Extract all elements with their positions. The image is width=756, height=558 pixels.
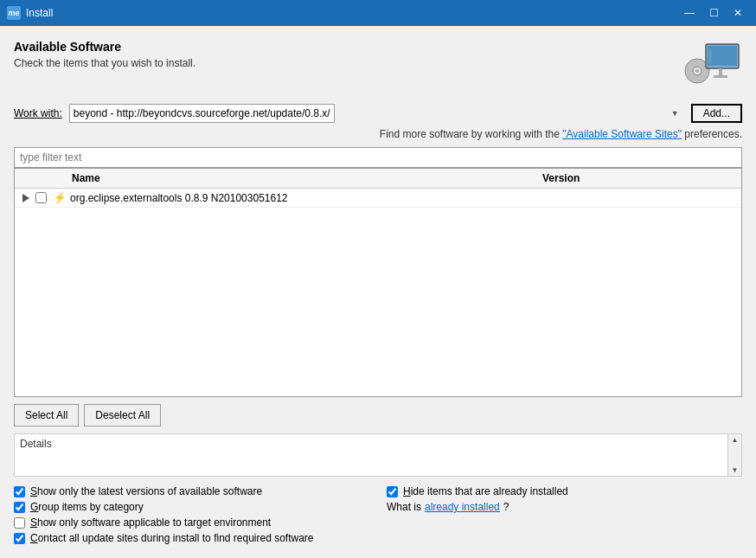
details-label: Details [20, 438, 52, 450]
empty-cell [387, 516, 742, 529]
title-bar: me Install — ☐ ✕ [0, 0, 756, 26]
computer-icon [682, 41, 742, 91]
page-title: Available Software [14, 40, 195, 54]
what-is-text: What is [387, 501, 421, 513]
checkbox-latest-versions: Show only the latest versions of availab… [14, 485, 369, 497]
already-installed-link[interactable]: already installed [425, 501, 500, 513]
maximize-button[interactable]: ☐ [702, 3, 725, 22]
details-section: Details ▲ ▼ [14, 433, 742, 477]
main-content: Available Software Check the items that … [0, 26, 756, 558]
header-area: Available Software Check the items that … [14, 40, 742, 92]
find-more-text: Find more software by working with the "… [14, 128, 742, 140]
page-subtitle: Check the items that you wish to install… [14, 57, 195, 69]
checkbox-hide-installed-label[interactable]: Hide items that are already installed [403, 485, 568, 497]
table-body: ⚡ org.eclipse.externaltools 0.8.9 N20100… [15, 189, 741, 396]
checkbox-applicable-software-label[interactable]: Show only software applicable to target … [30, 516, 271, 529]
col-name-header: Name [70, 172, 542, 184]
what-is-suffix: ? [503, 501, 509, 513]
row-checkbox-wrapper [32, 192, 49, 203]
checkbox-contact-update-sites-input[interactable] [14, 533, 25, 544]
select-all-button[interactable]: Select All [14, 404, 79, 427]
checkbox-hide-installed: Hide items that are already installed [387, 485, 742, 497]
expand-arrow-icon [22, 194, 29, 202]
checkbox-latest-versions-input[interactable] [14, 486, 25, 497]
col-expand-header [15, 172, 32, 184]
software-table: Name Version ⚡ org.eclipse.externaltools… [14, 168, 742, 397]
checkbox-group-by-category-label[interactable]: Group items by category [30, 501, 144, 513]
work-with-select-wrapper: beyond - http://beyondcvs.sourceforge.ne… [69, 104, 684, 123]
app-icon: me [7, 6, 21, 20]
svg-point-2 [695, 69, 699, 73]
row-expand-arrow[interactable] [15, 194, 32, 202]
buttons-row: Select All Deselect All [14, 404, 742, 427]
available-software-sites-link[interactable]: "Available Software Sites" [562, 128, 682, 140]
col-check-header [32, 172, 49, 184]
checkbox-latest-versions-label[interactable]: Show only the latest versions of availab… [30, 485, 262, 497]
window-controls: — ☐ ✕ [678, 3, 749, 22]
row-plugin-icon: ⚡ [49, 191, 70, 204]
checkbox-contact-update-sites-label[interactable]: Contact all update sites during install … [30, 532, 314, 544]
checkbox-group-by-category: Group items by category [14, 501, 369, 513]
checkbox-contact-update-sites: Contact all update sites during install … [14, 532, 369, 544]
checkbox-group-by-category-input[interactable] [14, 502, 25, 513]
details-scrollbar: ▲ ▼ [727, 434, 741, 476]
table-header: Name Version [15, 169, 741, 189]
scroll-down-arrow[interactable]: ▼ [732, 466, 739, 474]
table-row: ⚡ org.eclipse.externaltools 0.8.9 N20100… [15, 189, 741, 208]
minimize-button[interactable]: — [678, 3, 701, 22]
row-checkbox[interactable] [35, 192, 47, 203]
svg-rect-4 [708, 46, 737, 66]
col-version-header: Version [542, 172, 741, 184]
svg-rect-5 [719, 68, 722, 75]
find-more-suffix: preferences. [682, 128, 742, 140]
checkboxes-section: Show only the latest versions of availab… [14, 485, 742, 544]
svg-rect-6 [714, 75, 727, 78]
deselect-all-button[interactable]: Deselect All [84, 404, 161, 427]
window-title: Install [26, 7, 53, 19]
header-text: Available Software Check the items that … [14, 40, 195, 69]
work-with-label: Work with: [14, 107, 62, 119]
add-button[interactable]: Add... [691, 104, 742, 123]
work-with-row: Work with: beyond - http://beyondcvs.sou… [14, 104, 742, 123]
close-button[interactable]: ✕ [727, 3, 749, 22]
checkbox-applicable-software: Show only software applicable to target … [14, 516, 369, 529]
work-with-select[interactable]: beyond - http://beyondcvs.sourceforge.ne… [69, 104, 335, 123]
col-icon-header [49, 172, 70, 184]
plugin-icon-symbol: ⚡ [53, 191, 67, 204]
row-name-cell: org.eclipse.externaltools 0.8.9 N2010030… [70, 192, 542, 204]
filter-input[interactable] [14, 147, 742, 168]
find-more-prefix: Find more software by working with the [380, 128, 562, 140]
header-icon [682, 40, 742, 92]
what-is-row: What is already installed ? [387, 501, 742, 513]
checkbox-hide-installed-input[interactable] [387, 486, 398, 497]
checkbox-applicable-software-input[interactable] [14, 517, 25, 529]
scroll-up-arrow[interactable]: ▲ [732, 436, 739, 444]
